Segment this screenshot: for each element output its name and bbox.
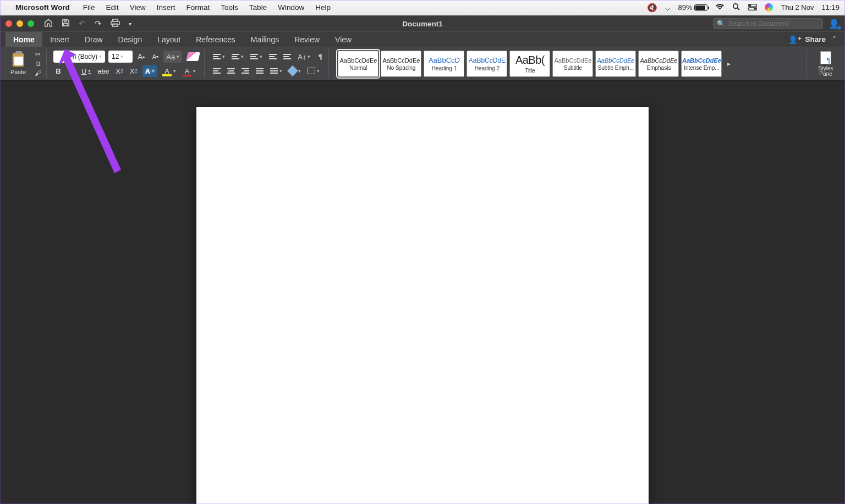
paste-button[interactable]: Paste (7, 53, 30, 75)
customize-qat-icon[interactable]: ▾ (129, 21, 131, 27)
minimize-window-button[interactable] (17, 20, 23, 27)
align-left-button[interactable] (211, 65, 222, 77)
menu-tools[interactable]: Tools (215, 3, 244, 12)
close-window-button[interactable] (6, 20, 12, 27)
grow-font-button[interactable]: A▴ (136, 51, 147, 63)
menubar-date[interactable]: Thu 2 Nov (781, 3, 814, 12)
wifi-icon[interactable] (715, 3, 725, 12)
tab-home[interactable]: Home (6, 32, 42, 47)
mac-menubar: Microsoft Word File Edit View Insert For… (0, 0, 845, 15)
style-tile-subtle-emph-[interactable]: AaBbCcDdEeSubtle Emph... (595, 51, 636, 77)
copy-icon[interactable]: ⧉ (33, 60, 43, 68)
svg-point-0 (733, 3, 738, 8)
menu-edit[interactable]: Edit (101, 3, 124, 12)
style-preview: AaBb( (515, 54, 545, 67)
decrease-indent-button[interactable] (267, 51, 278, 63)
style-preview: AaBbCcDdE (469, 57, 506, 64)
font-name-select[interactable]: ri (Body) (53, 51, 105, 63)
share-button[interactable]: 👤⁺ Share (785, 35, 829, 44)
shrink-font-button[interactable]: A▾ (150, 51, 160, 63)
style-preview: AaBbCcDdEe (339, 57, 377, 64)
style-tile-intense-emp-[interactable]: AaBbCcDdEeIntense Emp... (681, 51, 722, 77)
style-preview: AaBbCcDdEe (682, 57, 721, 64)
change-case-button[interactable]: Aa (163, 51, 182, 63)
bullets-button[interactable] (211, 51, 227, 63)
redo-icon[interactable]: ↷ (95, 19, 102, 29)
style-tile-subtitle[interactable]: AaBbCcDdEeSubtitle (552, 51, 593, 77)
save-icon[interactable] (62, 19, 70, 29)
battery-status[interactable]: 89% (678, 3, 707, 12)
align-justify-button[interactable] (254, 65, 265, 77)
clear-formatting-button[interactable] (185, 51, 201, 63)
spotlight-icon[interactable] (732, 3, 740, 13)
menu-view[interactable]: View (124, 3, 151, 12)
styles-more-button[interactable]: ▸ (724, 60, 734, 68)
font-size-select[interactable]: 12 (108, 51, 133, 63)
group-clipboard: Paste ✂ ⧉ 🖌 (3, 49, 47, 78)
bluetooth-icon[interactable]: ⌵ (665, 3, 670, 13)
increase-indent-button[interactable] (282, 51, 293, 63)
document-canvas[interactable] (0, 96, 845, 504)
sort-button[interactable]: A↕ (296, 51, 312, 63)
line-spacing-button[interactable] (268, 65, 284, 77)
mute-icon[interactable]: 🔇 (647, 3, 657, 13)
style-tile-no-spacing[interactable]: AaBbCcDdEeNo Spacing (381, 51, 421, 77)
bold-button[interactable]: B (53, 65, 63, 77)
tab-design[interactable]: Design (111, 32, 150, 47)
strikethrough-button[interactable]: abc (96, 65, 111, 77)
underline-button[interactable]: U (80, 65, 92, 77)
style-name-label: Normal (349, 65, 367, 71)
menu-file[interactable]: File (78, 3, 101, 12)
zoom-window-button[interactable] (28, 20, 34, 27)
italic-button[interactable]: I (67, 65, 76, 77)
document-page[interactable] (196, 107, 649, 504)
style-tile-heading-2[interactable]: AaBbCcDdEHeading 2 (467, 51, 507, 77)
print-icon[interactable] (111, 19, 120, 29)
multilevel-list-button[interactable] (249, 51, 264, 63)
align-right-button[interactable] (240, 65, 251, 77)
numbering-button[interactable] (230, 51, 245, 63)
collapse-ribbon-icon[interactable]: ˄ (829, 35, 839, 44)
shading-button[interactable] (287, 65, 303, 77)
borders-button[interactable] (306, 65, 321, 77)
style-tile-title[interactable]: AaBb(Title (509, 51, 550, 77)
style-tile-heading-1[interactable]: AaBbCcDHeading 1 (424, 51, 464, 77)
menu-window[interactable]: Window (272, 3, 310, 12)
menubar-time[interactable]: 11:19 (821, 3, 839, 12)
tab-insert[interactable]: Insert (42, 32, 77, 47)
tab-references[interactable]: References (188, 32, 243, 47)
cut-icon[interactable]: ✂ (33, 51, 43, 58)
tab-review[interactable]: Review (287, 32, 327, 47)
control-center-icon[interactable] (748, 3, 757, 12)
style-tile-emphasis[interactable]: AaBbCcDdEeEmphasis (638, 51, 679, 77)
group-paragraph: A↕ ¶ (208, 49, 329, 78)
ribbon-tabs: Home Insert Draw Design Layout Reference… (0, 31, 845, 47)
document-search[interactable]: 🔍 (713, 18, 823, 29)
styles-pane-button[interactable]: StylesPane (813, 51, 838, 77)
tab-draw[interactable]: Draw (77, 32, 111, 47)
battery-pct: 89% (678, 3, 692, 12)
siri-icon[interactable] (765, 3, 773, 12)
search-input[interactable] (728, 20, 819, 27)
tab-layout[interactable]: Layout (150, 32, 188, 47)
tab-mailings[interactable]: Mailings (243, 32, 287, 47)
home-icon[interactable] (44, 19, 53, 29)
highlight-button[interactable]: A (161, 65, 178, 77)
menu-help[interactable]: Help (310, 3, 336, 12)
style-tile-normal[interactable]: AaBbCcDdEeNormal (338, 51, 378, 77)
menu-table[interactable]: Table (244, 3, 272, 12)
menu-format[interactable]: Format (181, 3, 216, 12)
account-icon[interactable]: 👤 (828, 19, 839, 29)
menu-insert[interactable]: Insert (151, 3, 181, 12)
style-name-label: Subtle Emph... (598, 65, 634, 71)
font-color-button[interactable]: A (181, 65, 198, 77)
align-center-button[interactable] (226, 65, 237, 77)
superscript-button[interactable]: X2 (128, 65, 139, 77)
text-effects-button[interactable]: A (142, 65, 157, 77)
subscript-button[interactable]: X2 (114, 65, 125, 77)
show-marks-button[interactable]: ¶ (315, 51, 325, 63)
undo-icon[interactable]: ↶ (79, 19, 86, 29)
format-painter-icon[interactable]: 🖌 (33, 69, 43, 77)
tab-view[interactable]: View (327, 32, 359, 47)
menubar-app-name[interactable]: Microsoft Word (12, 3, 73, 12)
